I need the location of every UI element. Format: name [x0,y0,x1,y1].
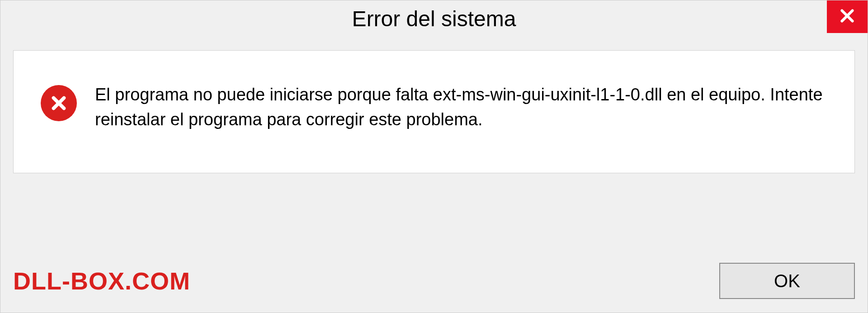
watermark-text: DLL-BOX.COM [13,267,190,295]
footer: DLL-BOX.COM OK [13,263,855,299]
error-icon [41,85,77,121]
titlebar: Error del sistema [0,0,868,37]
error-dialog: Error del sistema El programa no puede i… [0,0,868,313]
ok-button[interactable]: OK [719,263,855,299]
content-panel: El programa no puede iniciarse porque fa… [13,50,855,173]
error-message: El programa no puede iniciarse porque fa… [95,82,827,132]
close-icon [838,7,856,27]
close-button[interactable] [827,0,868,33]
dialog-title: Error del sistema [352,6,516,31]
